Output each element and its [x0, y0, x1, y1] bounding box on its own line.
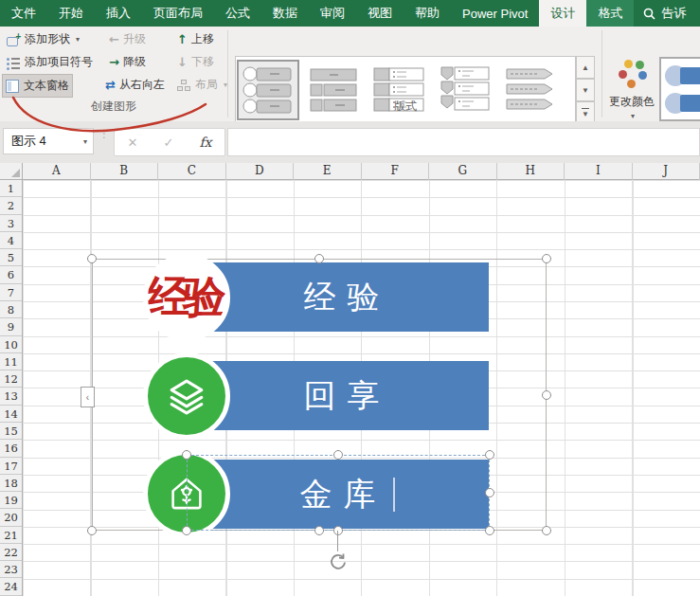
rotate-handle-icon[interactable] — [328, 551, 349, 572]
smartart-circle-3[interactable] — [143, 450, 230, 537]
resize-handle[interactable] — [542, 390, 551, 400]
name-box[interactable]: 图示 4 ▾ — [3, 128, 94, 154]
formula-input[interactable] — [227, 128, 700, 156]
name-box-value: 图示 4 — [11, 133, 46, 150]
row-header-19[interactable]: 19 — [0, 492, 22, 509]
row-header-2[interactable]: 2 — [0, 197, 22, 214]
tab-插入[interactable]: 插入 — [95, 0, 142, 27]
shape-resize-handle[interactable] — [333, 450, 343, 460]
move-up-button[interactable]: ↑ 上移 — [174, 28, 217, 50]
right-to-left-button[interactable]: ⇄ 从右向左 — [102, 74, 168, 96]
tab-公式[interactable]: 公式 — [214, 0, 261, 27]
tab-审阅[interactable]: 审阅 — [309, 0, 356, 27]
column-headers[interactable]: ABCDEFGHIJ — [23, 163, 700, 180]
tell-me-search[interactable]: 告诉 — [634, 0, 695, 27]
promote-button: ← 升级 — [106, 28, 149, 50]
shape-resize-handle[interactable] — [485, 526, 494, 535]
column-header-F[interactable]: F — [362, 163, 430, 180]
row-header-11[interactable]: 11 — [0, 353, 22, 370]
resize-handle[interactable] — [87, 254, 97, 263]
resize-handle[interactable] — [542, 254, 551, 263]
gallery-scroll-up-button[interactable]: ▲ — [576, 56, 595, 79]
stamp-icon: 经验 — [147, 268, 219, 327]
tab-开始[interactable]: 开始 — [47, 0, 95, 27]
resize-handle[interactable] — [314, 254, 324, 263]
column-header-H[interactable]: H — [497, 163, 565, 180]
layout-button: 布局 ▾ — [174, 74, 230, 96]
insert-function-icon[interactable]: fx — [199, 135, 211, 150]
row-header-6[interactable]: 6 — [0, 266, 22, 283]
column-header-D[interactable]: D — [226, 163, 295, 180]
row-header-13[interactable]: 13 — [0, 388, 22, 405]
change-colors-button[interactable]: 更改颜色 ▾ — [606, 56, 657, 124]
text-pane-expand-button[interactable]: ‹ — [81, 387, 95, 407]
ribbon-tab-bar: 文件开始插入页面布局公式数据审阅视图帮助Power Pivot设计格式 告诉 — [0, 0, 700, 27]
row-header-17[interactable]: 17 — [0, 458, 22, 475]
smartart-banner-1[interactable]: 经验 — [194, 262, 489, 332]
shape-resize-handle[interactable] — [485, 488, 494, 497]
shape-resize-handle[interactable] — [182, 526, 191, 535]
gallery-scroll-down-button[interactable]: ▼ — [576, 79, 595, 101]
add-bullet-icon — [7, 56, 21, 69]
formula-bar-drag-handle[interactable]: ⋮ — [99, 130, 110, 137]
row-header-23[interactable]: 23 — [0, 561, 22, 578]
tab-数据[interactable]: 数据 — [261, 0, 309, 27]
text-pane-label: 文本窗格 — [24, 78, 69, 94]
smartart-circle-1[interactable]: 经验 — [143, 254, 230, 341]
resize-handle[interactable] — [87, 526, 97, 535]
column-header-J[interactable]: J — [633, 163, 700, 180]
shape-resize-handle[interactable] — [182, 450, 191, 460]
column-header-I[interactable]: I — [565, 163, 633, 180]
cancel-icon[interactable]: ✕ — [128, 135, 138, 150]
tab-帮助[interactable]: 帮助 — [404, 0, 451, 27]
select-all-corner[interactable] — [0, 163, 23, 180]
row-header-20[interactable]: 20 — [0, 509, 22, 526]
row-header-9[interactable]: 9 — [0, 318, 22, 335]
column-header-G[interactable]: G — [429, 163, 497, 180]
column-header-B[interactable]: B — [91, 163, 159, 180]
demote-button[interactable]: → 降级 — [106, 51, 149, 73]
row-header-7[interactable]: 7 — [0, 284, 22, 301]
row-header-18[interactable]: 18 — [0, 475, 22, 492]
down-arrow-icon: ↓ — [177, 55, 188, 69]
row-header-5[interactable]: 5 — [0, 249, 22, 266]
row-header-21[interactable]: 21 — [0, 527, 22, 544]
tab-格式[interactable]: 格式 — [586, 0, 634, 27]
shape-resize-handle[interactable] — [333, 526, 343, 535]
row-header-22[interactable]: 22 — [0, 544, 22, 561]
tab-文件[interactable]: 文件 — [0, 0, 47, 27]
row-header-24[interactable]: 24 — [0, 578, 22, 595]
group-separator — [601, 30, 602, 117]
text-pane-toggle[interactable]: 文本窗格 — [2, 74, 73, 98]
tab-页面布局[interactable]: 页面布局 — [142, 0, 214, 27]
row-header-10[interactable]: 10 — [0, 336, 22, 353]
chevron-down-icon: ▾ — [83, 137, 87, 146]
add-bullet-label: 添加项目符号 — [25, 54, 93, 70]
smartart-banner-3[interactable]: 金库 — [194, 460, 489, 529]
column-header-C[interactable]: C — [158, 163, 226, 180]
shape-resize-handle[interactable] — [485, 450, 494, 460]
row-headers[interactable]: 123456789101112131415161718192021222324 — [0, 180, 23, 596]
add-shape-button[interactable]: + 添加形状 ▾ — [4, 28, 82, 50]
smartart-circle-2[interactable] — [143, 352, 230, 440]
row-header-4[interactable]: 4 — [0, 232, 22, 249]
row-header-3[interactable]: 3 — [0, 215, 22, 232]
tab-视图[interactable]: 视图 — [356, 0, 404, 27]
add-bullet-button[interactable]: 添加项目符号 — [4, 51, 96, 73]
tab-Power Pivot[interactable]: Power Pivot — [451, 0, 539, 27]
tab-设计[interactable]: 设计 — [539, 0, 586, 27]
row-header-15[interactable]: 15 — [0, 423, 22, 440]
enter-icon[interactable]: ✓ — [163, 135, 173, 150]
smartart-styles-gallery[interactable] — [659, 57, 700, 121]
column-header-E[interactable]: E — [294, 163, 362, 180]
resize-handle[interactable] — [542, 526, 551, 535]
row-header-8[interactable]: 8 — [0, 301, 22, 318]
column-header-A[interactable]: A — [23, 163, 91, 180]
row-header-14[interactable]: 14 — [0, 406, 22, 423]
row-header-12[interactable]: 12 — [0, 370, 22, 388]
left-arrow-icon: ← — [109, 32, 119, 46]
row-header-1[interactable]: 1 — [0, 180, 22, 197]
row-header-16[interactable]: 16 — [0, 440, 22, 457]
smartart-banner-2[interactable]: 回享 — [194, 361, 489, 430]
resize-handle[interactable] — [314, 526, 324, 535]
